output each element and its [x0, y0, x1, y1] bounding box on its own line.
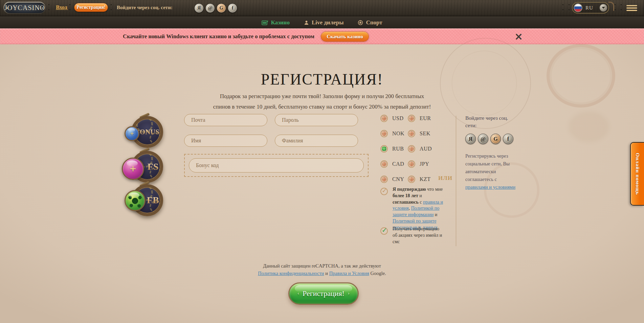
currency-radio-aud[interactable] — [408, 145, 415, 153]
russian-flag-icon — [574, 3, 582, 12]
joycasino-registration-page: JOYCASINO Вход Регистрация! Войдите чере… — [0, 0, 644, 323]
online-help-tab[interactable]: Онлайн помощь — [630, 142, 644, 206]
submit-label: Регистрация! — [303, 289, 345, 298]
main-nav: КазиноLive дилерыСпорт — [0, 17, 644, 28]
currency-label: RUB — [392, 146, 404, 152]
currency-option-aud[interactable]: AUD — [408, 145, 435, 153]
currency-option-eur[interactable]: EUR — [408, 115, 435, 122]
first-name-field[interactable] — [184, 135, 267, 147]
currency-radio-usd[interactable] — [380, 115, 388, 122]
nav-tab-sport[interactable]: Спорт — [358, 19, 382, 26]
currency-radio-jpy[interactable] — [408, 160, 415, 168]
download-client-button[interactable]: Скачать казино — [321, 31, 369, 42]
text-segment: и — [418, 193, 422, 198]
mailru-login-icon[interactable]: @ — [478, 134, 488, 144]
language-dropdown-button[interactable] — [599, 4, 607, 12]
rivet-icon — [621, 4, 622, 5]
currency-label: SEK — [420, 131, 430, 137]
pipe-decoration — [608, 2, 614, 11]
currency-label: AUD — [420, 146, 432, 152]
currency-option-rub[interactable]: RUB — [380, 145, 408, 153]
currency-option-cad[interactable]: CAD — [380, 160, 408, 168]
badge-orb-icon: + — [122, 158, 144, 180]
currency-radio-kzt[interactable] — [408, 176, 415, 183]
nav-tab-casino[interactable]: Казино — [262, 19, 290, 26]
text-segment: что мне — [426, 187, 443, 192]
currency-radio-sek[interactable] — [408, 130, 415, 137]
currency-option-usd[interactable]: USD — [380, 115, 408, 122]
rivet-icon — [562, 9, 563, 10]
nav-tab-label: Спорт — [366, 19, 382, 26]
badge-bonus: BONUS+ — [122, 116, 168, 150]
side-social-heading: Войдите через соц. сети: — [465, 114, 516, 130]
currency-option-kzt[interactable]: KZT — [408, 176, 435, 183]
header-social-prompt-label: Войдите через соц. сети: — [117, 5, 173, 10]
language-selector[interactable]: RU — [572, 2, 609, 14]
vertical-divider — [456, 116, 456, 246]
joycasino-logo[interactable]: JOYCASINO — [3, 2, 45, 14]
text-segment: Google. — [369, 271, 386, 276]
nav-tab-live[interactable]: Live дилеры — [304, 19, 344, 26]
badge-fs: FS+ — [122, 151, 168, 185]
currency-option-nok[interactable]: NOK — [380, 130, 408, 137]
google-login-icon[interactable]: G — [490, 134, 501, 144]
text-segment: и — [324, 271, 329, 276]
side-social-icons: Я@Gf — [465, 134, 513, 144]
side-social-note: Регистрируясь через социальные сети, Вы … — [465, 152, 515, 191]
text-segment: Данный сайт защищен reCAPTCHA, а так же … — [263, 263, 381, 269]
top-header: JOYCASINO Вход Регистрация! Войдите чере… — [0, 0, 644, 17]
text-segment: Я подтверждаю — [393, 187, 426, 192]
rivet-icon — [48, 9, 49, 10]
promo-subscribe-checkbox[interactable]: ✓ — [380, 227, 388, 235]
badge-orb-icon — [125, 190, 146, 211]
logo-text: JOYCASINO — [4, 4, 45, 12]
last-name-field[interactable] — [275, 135, 358, 147]
currency-radio-nok[interactable] — [380, 130, 388, 137]
currency-option-sek[interactable]: SEK — [408, 130, 435, 137]
currency-option-jpy[interactable]: JPY — [408, 160, 435, 168]
rivet-icon — [111, 4, 112, 5]
bonus-code-box — [184, 154, 369, 177]
bonus-code-field[interactable] — [189, 158, 364, 172]
download-banner: Скачайте новый Windows клиент казино и з… — [0, 28, 644, 44]
facebook-login-icon[interactable]: f — [503, 134, 513, 144]
page-subtitle: Подарок за регистрацию уже почти твой! З… — [207, 91, 437, 112]
terms-link[interactable]: Правила и Условия — [329, 271, 369, 276]
banner-text: Скачайте новый Windows клиент казино и з… — [123, 28, 314, 44]
currency-selector: USDEURNOKSEKRUBAUDCADJPYCNYKZT — [380, 115, 435, 183]
currency-label: EUR — [420, 115, 431, 121]
age-terms-text: Я подтверждаю что мне более 18 лет и сог… — [393, 186, 445, 231]
register-submit-button[interactable]: ‹ Регистрация! › — [288, 282, 359, 305]
side-note-text: Регистрируясь через социальные сети, Вы … — [465, 153, 510, 182]
currency-label: KZT — [420, 176, 431, 182]
currency-option-cny[interactable]: CNY — [380, 176, 408, 183]
age-terms-checkbox[interactable]: ✓ — [380, 188, 388, 195]
currency-radio-cad[interactable] — [380, 160, 388, 168]
banner-close-icon[interactable]: × — [514, 30, 523, 43]
currency-radio-eur[interactable] — [408, 115, 415, 122]
menu-button[interactable] — [626, 5, 637, 12]
yandex-login-icon[interactable]: Я — [465, 134, 476, 144]
yandex-login-icon[interactable]: Я — [194, 3, 204, 13]
header-social-icons: Я@Gf — [194, 3, 237, 13]
currency-radio-cny[interactable] — [380, 176, 388, 183]
currency-radio-rub[interactable] — [380, 145, 388, 153]
page-title: РЕГИСТРАЦИЯ! — [0, 70, 644, 88]
login-link[interactable]: Вход — [53, 4, 70, 10]
rivet-icon — [48, 4, 49, 5]
facebook-login-icon[interactable]: f — [228, 3, 237, 13]
google-login-icon[interactable]: G — [217, 3, 226, 13]
email-field[interactable] — [184, 114, 267, 126]
rivet-icon — [615, 4, 616, 5]
password-field[interactable] — [275, 114, 358, 126]
text-segment: и — [434, 212, 437, 217]
currency-label: NOK — [392, 131, 404, 137]
or-label: ИЛИ — [433, 175, 452, 182]
mailru-login-icon[interactable]: @ — [205, 3, 215, 13]
header-register-button[interactable]: Регистрация! — [74, 3, 108, 12]
terms-link[interactable]: Политика конфиденциальности — [258, 271, 324, 276]
promo-subscribe-text: Получать информацию об акциях через имей… — [393, 226, 445, 245]
badge-label: FB — [147, 195, 159, 206]
language-code: RU — [585, 5, 593, 11]
terms-link[interactable]: правилами и условиями — [465, 184, 515, 190]
